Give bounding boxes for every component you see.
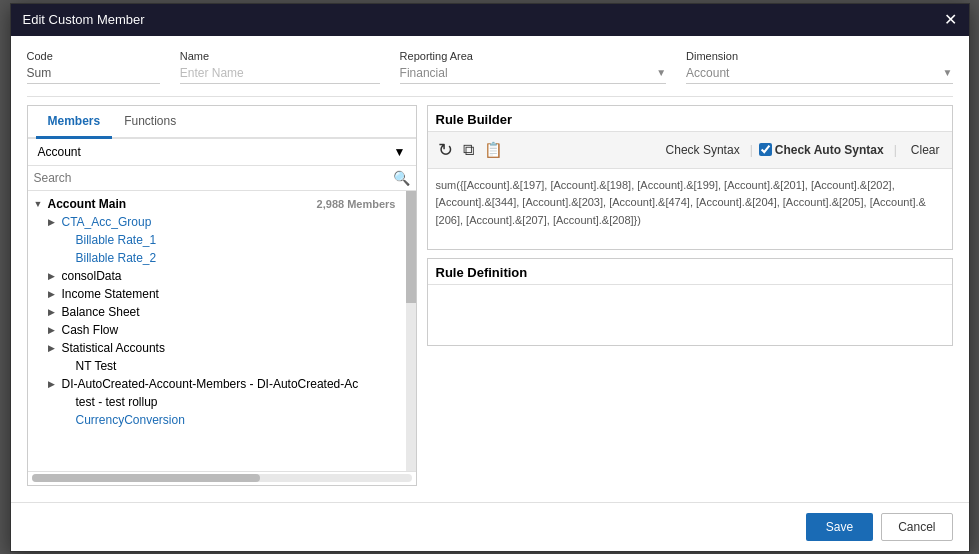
list-item[interactable]: ▶ Balance Sheet: [34, 303, 400, 321]
tab-functions[interactable]: Functions: [112, 106, 188, 139]
rule-builder-section: Rule Builder ↻ ⧉ 📋 Check Syntax: [427, 105, 953, 250]
tree-item-label: DI-AutoCreated-Account-Members - DI-Auto…: [62, 377, 400, 391]
reporting-field-group: Reporting Area Financial ▼: [400, 50, 666, 84]
tree-item-label: Income Statement: [62, 287, 400, 301]
account-arrow-icon: ▼: [394, 145, 406, 159]
tree-item-label: Cash Flow: [62, 323, 400, 337]
paste-icon: 📋: [484, 141, 503, 158]
rule-definition-title: Rule Definition: [428, 259, 952, 285]
dimension-dropdown[interactable]: Account ▼: [686, 66, 952, 84]
expand-icon: ▶: [48, 289, 62, 299]
list-item[interactable]: NT Test: [34, 357, 400, 375]
dimension-field-group: Dimension Account ▼: [686, 50, 952, 84]
vertical-scrollbar[interactable]: [406, 191, 416, 471]
reporting-dropdown-arrow: ▼: [656, 67, 666, 78]
tab-bar: Members Functions: [28, 106, 416, 139]
list-item[interactable]: ▶ Income Statement: [34, 285, 400, 303]
tree-root-count: 2,988 Members: [317, 198, 396, 210]
h-scrollbar-thumb: [32, 474, 260, 482]
search-icon: 🔍: [393, 170, 410, 186]
tree-item-label: Billable Rate_1: [76, 233, 400, 247]
save-button[interactable]: Save: [806, 513, 873, 541]
expand-icon: ▶: [48, 217, 62, 227]
tree-root-label: Account Main: [48, 197, 317, 211]
tree-item-label: consolData: [62, 269, 400, 283]
tree-item-label: CTA_Acc_Group: [62, 215, 400, 229]
list-item[interactable]: ▶ Cash Flow: [34, 321, 400, 339]
tree-item-label: CurrencyConversion: [76, 413, 400, 427]
list-item[interactable]: CurrencyConversion: [34, 411, 400, 429]
tree-wrapper: ▼ Account Main 2,988 Members ▶ CTA_Acc_G…: [28, 191, 416, 471]
rule-toolbar: ↻ ⧉ 📋 Check Syntax | Check: [428, 132, 952, 169]
expand-icon: ▶: [48, 343, 62, 353]
expand-icon: ▼: [34, 199, 48, 209]
copy-icon: ⧉: [463, 141, 474, 158]
rule-builder-title: Rule Builder: [428, 106, 952, 132]
name-input[interactable]: Enter Name: [180, 66, 380, 84]
tree-item-label: Balance Sheet: [62, 305, 400, 319]
check-auto-label: Check Auto Syntax: [775, 143, 884, 157]
code-value: Sum: [27, 66, 160, 84]
name-field-group: Name Enter Name: [180, 50, 380, 84]
reporting-label: Reporting Area: [400, 50, 666, 62]
dimension-value: Account: [686, 66, 729, 80]
top-fields-row: Code Sum Name Enter Name Reporting Area …: [27, 50, 953, 84]
left-panel: Members Functions Account ▼ 🔍: [27, 105, 417, 486]
list-item[interactable]: Billable Rate_1: [34, 231, 400, 249]
code-field-group: Code Sum: [27, 50, 160, 84]
expand-icon: ▶: [48, 379, 62, 389]
refresh-button[interactable]: ↻: [436, 137, 455, 163]
check-auto-syntax-toggle[interactable]: Check Auto Syntax: [759, 143, 884, 157]
tree-root-item[interactable]: ▼ Account Main 2,988 Members: [34, 195, 400, 213]
dimension-dropdown-arrow: ▼: [943, 67, 953, 78]
dialog-title-bar: Edit Custom Member ✕: [11, 4, 969, 36]
name-label: Name: [180, 50, 380, 62]
expand-icon: ▶: [48, 325, 62, 335]
cancel-button[interactable]: Cancel: [881, 513, 952, 541]
reporting-dropdown[interactable]: Financial ▼: [400, 66, 666, 84]
main-content: Members Functions Account ▼ 🔍: [27, 105, 953, 486]
copy-button[interactable]: ⧉: [461, 139, 476, 161]
list-item[interactable]: ▶ consolData: [34, 267, 400, 285]
list-item[interactable]: Billable Rate_2: [34, 249, 400, 267]
paste-button[interactable]: 📋: [482, 139, 505, 161]
clear-button[interactable]: Clear: [907, 141, 944, 159]
search-button[interactable]: 🔍: [393, 170, 410, 186]
search-input[interactable]: [34, 171, 393, 185]
reporting-value: Financial: [400, 66, 448, 80]
horizontal-scrollbar[interactable]: [32, 474, 412, 482]
tree-item-label: NT Test: [76, 359, 400, 373]
right-panel: Rule Builder ↻ ⧉ 📋 Check Syntax: [427, 105, 953, 486]
tree-item-label: Statistical Accounts: [62, 341, 400, 355]
refresh-icon: ↻: [438, 140, 453, 160]
account-selector[interactable]: Account ▼: [28, 139, 416, 166]
check-auto-checkbox[interactable]: [759, 143, 772, 156]
tab-members[interactable]: Members: [36, 106, 113, 139]
dialog-body: Code Sum Name Enter Name Reporting Area …: [11, 36, 969, 496]
close-button[interactable]: ✕: [944, 12, 957, 28]
search-row: 🔍: [28, 166, 416, 191]
tree-container: ▼ Account Main 2,988 Members ▶ CTA_Acc_G…: [28, 191, 406, 471]
list-item[interactable]: ▶ CTA_Acc_Group: [34, 213, 400, 231]
dimension-label: Dimension: [686, 50, 952, 62]
scrollbar-thumb: [406, 191, 416, 303]
check-syntax-button[interactable]: Check Syntax: [662, 141, 744, 159]
tree-item-label: Billable Rate_2: [76, 251, 400, 265]
account-label: Account: [38, 145, 81, 159]
dialog-edit-custom-member: Edit Custom Member ✕ Code Sum Name Enter…: [10, 3, 970, 552]
rule-definition-section: Rule Definition: [427, 258, 953, 346]
rule-definition-body[interactable]: [428, 285, 952, 345]
expand-icon: ▶: [48, 307, 62, 317]
rule-expression[interactable]: sum({[Account].&[197], [Account].&[198],…: [428, 169, 952, 249]
dialog-title: Edit Custom Member: [23, 12, 145, 27]
tree-item-label: test - test rollup: [76, 395, 400, 409]
list-item[interactable]: ▶ DI-AutoCreated-Account-Members - DI-Au…: [34, 375, 400, 393]
list-item[interactable]: test - test rollup: [34, 393, 400, 411]
expand-icon: ▶: [48, 271, 62, 281]
horizontal-scrollbar-area: [28, 471, 416, 485]
bottom-bar: Save Cancel: [11, 502, 969, 551]
code-label: Code: [27, 50, 160, 62]
list-item[interactable]: ▶ Statistical Accounts: [34, 339, 400, 357]
